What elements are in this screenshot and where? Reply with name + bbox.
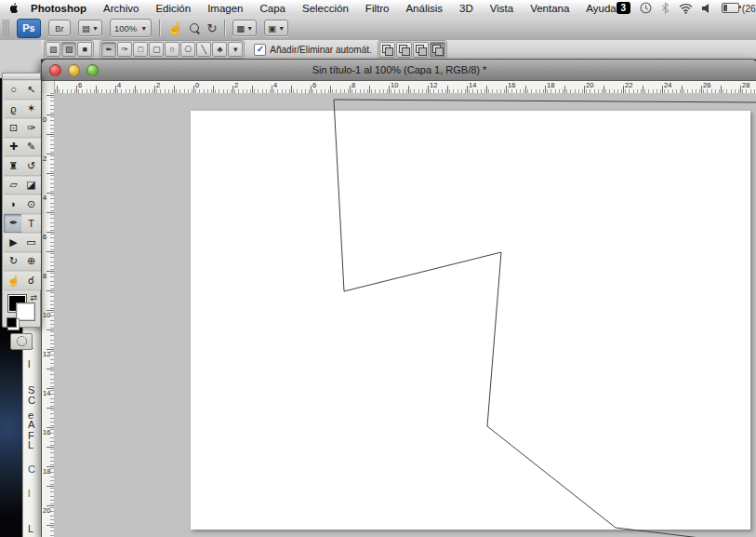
- tools-palette: ○↖ϱ✶⊡✑✚✎♜↺▱◪◗⊙✒T▶▭↻⊕☝☌ ⇄: [2, 73, 41, 328]
- pen-tool-button[interactable]: ✒: [101, 42, 116, 57]
- ruler-corner[interactable]: [42, 81, 55, 94]
- custom-shape-button[interactable]: ♣: [212, 42, 227, 57]
- time-machine-icon[interactable]: [640, 2, 652, 14]
- crop-tool-button[interactable]: ⊡: [4, 118, 23, 138]
- menu-item-archivo[interactable]: Archivo: [103, 3, 139, 14]
- bluetooth-icon[interactable]: [661, 2, 670, 14]
- photoshop-logo[interactable]: Ps: [17, 19, 41, 38]
- palette-header[interactable]: [3, 74, 40, 80]
- magic-wand-tool-button[interactable]: ✶: [21, 100, 41, 119]
- zoom-tool-button[interactable]: ☌: [21, 271, 41, 290]
- type-tool-button[interactable]: T: [21, 214, 41, 234]
- battery-indicator[interactable]: (26%): [722, 3, 756, 14]
- extras-button[interactable]: ▤▼: [78, 20, 102, 36]
- menu-item-ayuda[interactable]: Ayuda: [586, 3, 616, 14]
- divider: [159, 20, 160, 36]
- clipped-panel-text: A: [28, 419, 34, 430]
- hand-tool-icon[interactable]: ☝: [167, 21, 182, 35]
- move-tool-button[interactable]: ↖: [21, 80, 41, 100]
- v-ruler-label: 4: [43, 194, 46, 202]
- background-color-swatch[interactable]: [17, 303, 34, 320]
- screen-mode-button[interactable]: ▣▼: [264, 20, 288, 36]
- eraser-tool-icon: ▱: [9, 179, 17, 191]
- v-ruler-label: 2: [43, 154, 46, 163]
- eraser-tool-button[interactable]: ▱: [4, 176, 23, 195]
- pen-path[interactable]: [54, 93, 756, 537]
- menu-item-filtro[interactable]: Filtro: [365, 3, 390, 14]
- auto-add-checkbox[interactable]: ✓: [254, 44, 266, 56]
- brush-tool-button[interactable]: ✎: [21, 138, 41, 157]
- h-ruler-label: 26: [703, 81, 710, 89]
- zoom-tool-icon[interactable]: [190, 23, 199, 33]
- rounded-rectangle-button[interactable]: ▢: [149, 42, 164, 57]
- lasso-tool-button[interactable]: ϱ: [4, 100, 23, 119]
- rectangle-tool-button[interactable]: □: [133, 42, 148, 57]
- ellipse-tool-button[interactable]: ○: [165, 42, 179, 57]
- fill-pixels-button[interactable]: ■: [77, 42, 92, 57]
- 3d-orbit-tool-button[interactable]: ⊕: [21, 252, 41, 272]
- horizontal-ruler[interactable]: 6420246810121416182022242628: [54, 81, 756, 94]
- pasteboard[interactable]: [54, 93, 756, 537]
- gradient-tool-button[interactable]: ◪: [21, 176, 41, 195]
- rotate-view-icon[interactable]: ↻: [206, 21, 217, 35]
- wifi-icon[interactable]: [679, 3, 693, 14]
- path-selection-tool-button[interactable]: ▶: [4, 233, 23, 252]
- vertical-ruler[interactable]: 02468101214161820: [42, 93, 55, 537]
- shape-menu-arrow[interactable]: ▾: [228, 42, 243, 57]
- clipped-panel-text: L: [28, 523, 33, 534]
- menu-item-seleccion[interactable]: Selección: [302, 3, 349, 14]
- tool-options-bar: ✒ ▼ ▧▨■ ✒✑□▢○⎔╲♣▾ ✓ Añadir/Eliminar auto…: [0, 40, 756, 60]
- default-colors-icon[interactable]: [7, 317, 17, 328]
- v-ruler-label: 8: [43, 272, 46, 280]
- menu-item-ventana[interactable]: Ventana: [530, 3, 569, 14]
- menu-item-edicion[interactable]: Edición: [155, 3, 191, 14]
- document-titlebar[interactable]: Sin título-1 al 100% (Capa 1, RGB/8) *: [42, 60, 756, 81]
- 3d-orbit-tool-icon: ⊕: [27, 255, 35, 267]
- swap-colors-icon[interactable]: ⇄: [30, 293, 37, 302]
- shape-tool-button[interactable]: ▭: [21, 233, 41, 252]
- exclude-path-areas-button[interactable]: [430, 42, 445, 58]
- h-ruler-label: 4: [273, 81, 277, 89]
- dodge-tool-button[interactable]: ⊙: [21, 195, 41, 214]
- volume-icon[interactable]: [702, 3, 712, 14]
- elliptical-marquee-tool-icon: ○: [10, 84, 17, 95]
- eyedropper-tool-button[interactable]: ✑: [21, 118, 41, 138]
- battery-icon: [722, 3, 739, 13]
- spaces-indicator[interactable]: 3: [617, 2, 630, 14]
- 3d-rotate-tool-button[interactable]: ↻: [4, 252, 23, 272]
- pen-tool-button[interactable]: ✒: [4, 214, 23, 234]
- menu-item-vista[interactable]: Vista: [490, 3, 513, 14]
- elliptical-marquee-tool-button[interactable]: ○: [4, 80, 23, 100]
- line-tool-button[interactable]: ╲: [196, 42, 211, 57]
- grip-handle[interactable]: [2, 20, 9, 36]
- menu-item-imagen[interactable]: Imagen: [207, 3, 243, 14]
- blur-tool-button[interactable]: ◗: [4, 195, 23, 214]
- lasso-tool-icon: ϱ: [10, 103, 16, 114]
- hand-tool-button[interactable]: ☝: [4, 271, 23, 290]
- subtract-path-area-button[interactable]: [396, 42, 412, 58]
- pen-tool-icon: ✒: [9, 217, 18, 229]
- intersect-path-areas-button[interactable]: [413, 42, 429, 58]
- document-title: Sin título-1 al 100% (Capa 1, RGB/8) *: [42, 64, 756, 75]
- quick-mask-button[interactable]: [10, 333, 33, 350]
- history-brush-tool-button[interactable]: ↺: [21, 156, 41, 176]
- healing-brush-tool-button[interactable]: ✚: [4, 138, 23, 157]
- zoom-level-value: 100%: [114, 23, 137, 34]
- add-path-area-button[interactable]: [379, 42, 395, 58]
- paths-button[interactable]: ▨: [61, 42, 76, 57]
- menu-item-photoshop[interactable]: Photoshop: [31, 3, 86, 14]
- zoom-level-select[interactable]: 100% ▼: [110, 19, 152, 37]
- v-ruler-label: 12: [43, 350, 50, 358]
- apple-menu-icon[interactable]: [9, 2, 20, 14]
- path-selection-tool-icon: ▶: [9, 236, 17, 248]
- shape-layers-button[interactable]: ▧: [46, 42, 60, 57]
- menu-item-3d[interactable]: 3D: [459, 3, 473, 14]
- clone-stamp-tool-button[interactable]: ♜: [4, 156, 23, 176]
- arrange-documents-button[interactable]: ▦▼: [232, 20, 257, 36]
- freeform-pen-button[interactable]: ✑: [117, 42, 132, 57]
- menu-item-capa[interactable]: Capa: [259, 3, 285, 14]
- polygon-tool-button[interactable]: ⎔: [180, 42, 195, 57]
- application-bar: Ps Br ▤▼ 100% ▼ ☝ ↻ ▦▼ ▣▼: [0, 16, 756, 41]
- menu-item-analisis[interactable]: Análisis: [405, 3, 443, 14]
- bridge-button[interactable]: Br: [48, 20, 71, 36]
